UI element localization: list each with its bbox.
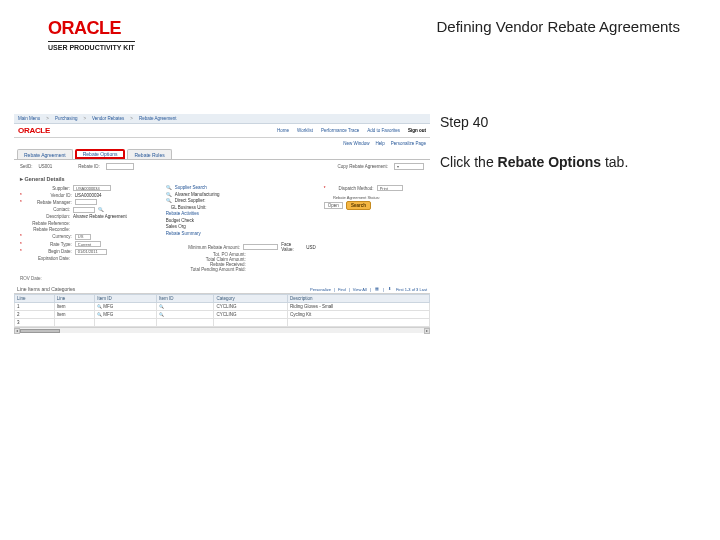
rebateid-input[interactable] <box>106 163 134 170</box>
search-icon[interactable]: 🔍 <box>159 304 164 309</box>
nav-signout[interactable]: Sign out <box>408 128 426 133</box>
supplier-value[interactable]: USA0000034 <box>73 185 111 191</box>
subnav-new-window[interactable]: New Window <box>343 141 369 146</box>
cell <box>214 319 288 327</box>
cell[interactable]: Item <box>54 311 94 319</box>
cell[interactable] <box>54 319 94 327</box>
cell[interactable]: 🔍MFG <box>95 303 157 311</box>
app-header: ORACLE Home Worklist Performance Trace A… <box>14 124 430 138</box>
summary-block: Minimum Rebate Amount:Face Value:USD Tot… <box>166 240 316 274</box>
instruction-bold: Rebate Options <box>498 154 601 170</box>
crumb-vendor[interactable]: Vendor Rebates <box>92 116 124 121</box>
currency-value[interactable]: US <box>75 234 91 240</box>
download-icon[interactable]: ⬇ <box>387 286 393 292</box>
cell: CYCLING <box>214 311 288 319</box>
search-row: SetID: US001 Rebate ID: Copy Rebate Agre… <box>14 160 430 172</box>
general-title-text: General Details <box>25 176 65 182</box>
status-value: Open <box>324 202 343 209</box>
crumb-purchasing[interactable]: Purchasing <box>55 116 78 121</box>
nav-home[interactable]: Home <box>277 128 289 133</box>
table-row: 2 Item 🔍MFG 🔍 CYCLING Cycling Kit <box>15 311 430 319</box>
desc-value: Alvarez Rebate Agreement <box>73 214 127 219</box>
search-icon[interactable]: 🔍 <box>97 312 102 317</box>
exp-label: Expiration Date: <box>20 256 70 261</box>
horizontal-scrollbar[interactable]: ◂ ▸ <box>14 327 430 333</box>
subheader: New Window Help Personalize Page <box>14 138 430 148</box>
pager-viewall[interactable]: View All <box>353 287 367 292</box>
cell[interactable]: 🔍MFG <box>95 311 157 319</box>
currency-label: Currency: <box>26 234 72 239</box>
search-button[interactable]: Search <box>346 201 371 210</box>
pager-find[interactable]: Find <box>338 287 346 292</box>
scroll-right-icon[interactable]: ▸ <box>424 328 430 334</box>
col-line1[interactable]: Line <box>15 295 55 303</box>
instruction-text: Click the Rebate Options tab. <box>440 154 680 170</box>
subnav-personalize[interactable]: Personalize Page <box>391 141 426 146</box>
summary-link[interactable]: Rebate Summary <box>166 231 201 236</box>
cell[interactable] <box>157 319 214 327</box>
gl-label: GL Business Unit: <box>171 205 207 210</box>
copy-dropdown[interactable]: ▾ <box>394 163 424 170</box>
tab-rebate-agreement[interactable]: Rebate Agreement <box>17 149 73 159</box>
cell[interactable]: Item <box>54 303 94 311</box>
mini-oracle-logo: ORACLE <box>18 126 50 135</box>
search-icon[interactable]: 🔍 <box>97 304 102 309</box>
scroll-thumb[interactable] <box>20 329 60 333</box>
min-rebate-input[interactable] <box>243 244 278 250</box>
search-icon[interactable]: 🔍 <box>166 192 172 197</box>
supplier-search-link[interactable]: Supplier Search <box>175 185 207 190</box>
col-line2[interactable]: Line <box>54 295 94 303</box>
details-col1: Supplier:USA0000034 *Vendor ID:USA000003… <box>20 185 158 274</box>
rec-label: Rebate Reconcile: <box>20 227 70 232</box>
search-icon[interactable]: 🔍 <box>166 198 172 203</box>
instruction-prefix: Click the <box>440 154 498 170</box>
subnav-help[interactable]: Help <box>375 141 384 146</box>
min-rebate-label: Minimum Rebate Amount: <box>166 245 240 250</box>
page-header: ORACLE USER PRODUCTIVITY KIT Defining Ve… <box>48 18 680 51</box>
crumb-sep: > <box>83 116 86 121</box>
budget-label: Budget Check <box>166 218 194 223</box>
details-grid: Supplier:USA0000034 *Vendor ID:USA000003… <box>20 185 424 274</box>
cell: Cycling Kit <box>287 311 429 319</box>
setid-label: SetID: <box>20 164 33 169</box>
ref-label: Rebate Reference: <box>20 221 70 226</box>
details-col3: *Dispatch Method:Print Rebate Agreement … <box>324 185 424 274</box>
cell-text: MFG <box>103 312 113 317</box>
col-item2[interactable]: Item ID <box>157 295 214 303</box>
rebateid-label: Rebate ID: <box>78 164 100 169</box>
col-desc[interactable]: Description <box>287 295 429 303</box>
app-screenshot: Main Menu > Purchasing > Vendor Rebates … <box>14 114 430 358</box>
pager-personalize[interactable]: Personalize <box>310 287 331 292</box>
col-category[interactable]: Category <box>214 295 288 303</box>
contact-input[interactable] <box>73 207 95 213</box>
activities-link[interactable]: Rebate Activities <box>166 211 199 216</box>
cell[interactable]: 🔍 <box>157 303 214 311</box>
nav-links: Home Worklist Performance Trace Add to F… <box>277 128 426 133</box>
begin-value[interactable]: 01/01/2011 <box>75 249 107 255</box>
tab-rebate-rules[interactable]: Rebate Rules <box>127 149 171 159</box>
search-icon[interactable]: 🔍 <box>166 185 172 190</box>
crumb-main[interactable]: Main Menu <box>18 116 40 121</box>
nav-trace[interactable]: Performance Trace <box>321 128 359 133</box>
page-title: Defining Vendor Rebate Agreements <box>437 18 681 35</box>
tab-rebate-options[interactable]: Rebate Options <box>75 149 126 159</box>
begin-label: Begin Date: <box>26 249 72 254</box>
dispatch-label: Dispatch Method: <box>330 186 374 191</box>
nav-favorites[interactable]: Add to Favorites <box>367 128 400 133</box>
dispatch-value[interactable]: Print <box>377 185 403 191</box>
grid-icon[interactable]: ▦ <box>374 286 380 292</box>
search-icon[interactable]: 🔍 <box>98 207 104 212</box>
rate-value[interactable]: Current <box>75 241 101 247</box>
rate-label: Rate Type: <box>26 242 72 247</box>
cell[interactable]: 🔍 <box>157 311 214 319</box>
search-icon[interactable]: 🔍 <box>159 312 164 317</box>
nav-worklist[interactable]: Worklist <box>297 128 313 133</box>
general-title: ▸ General Details <box>20 176 424 182</box>
col-item1[interactable]: Item ID <box>95 295 157 303</box>
rebate-mgr-input[interactable] <box>75 199 97 205</box>
instruction-suffix: tab. <box>601 154 628 170</box>
cell[interactable] <box>95 319 157 327</box>
table-row: 3 <box>15 319 430 327</box>
crumb-rebate[interactable]: Rebate Agreement <box>139 116 177 121</box>
lines-table: Line Line Item ID Item ID Category Descr… <box>14 294 430 327</box>
